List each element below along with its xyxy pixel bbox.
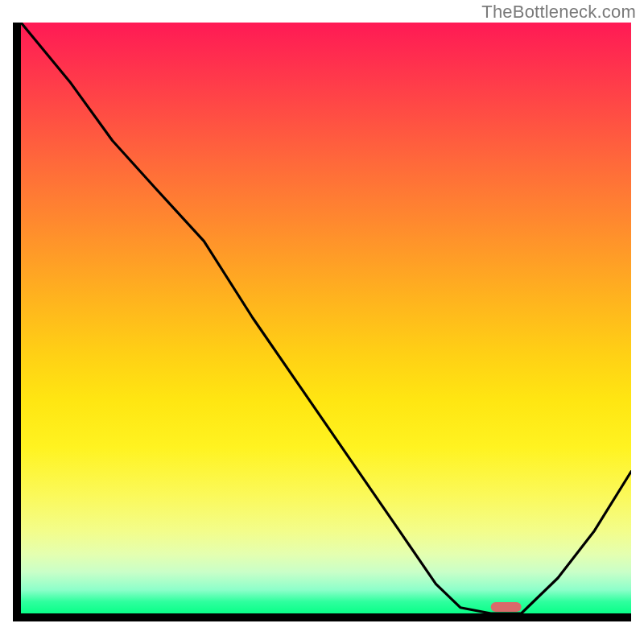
heat-gradient (21, 23, 631, 613)
plot-area (21, 23, 631, 613)
y-axis (13, 23, 21, 621)
chart-canvas: TheBottleneck.com (0, 0, 644, 644)
watermark-text: TheBottleneck.com (481, 2, 636, 23)
x-axis (13, 613, 631, 621)
